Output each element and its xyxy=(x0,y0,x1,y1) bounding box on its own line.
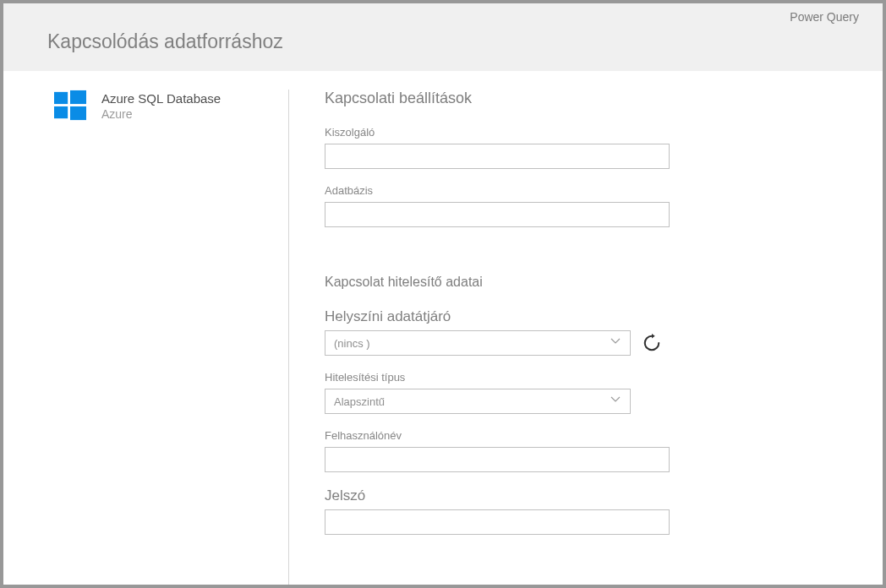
database-field: Adatbázis xyxy=(325,184,849,227)
server-label: Kiszolgáló xyxy=(325,126,849,139)
sidebar: Azure SQL Database Azure xyxy=(3,90,289,585)
refresh-icon xyxy=(643,334,661,352)
brand-label: Power Query xyxy=(790,10,859,24)
password-label: Jelszó xyxy=(325,487,849,504)
server-field: Kiszolgáló xyxy=(325,126,849,169)
gateway-label: Helyszíni adatátjáró xyxy=(325,308,849,325)
svg-rect-0 xyxy=(54,92,68,104)
gateway-field: Helyszíni adatátjáró (nincs ) xyxy=(325,308,849,356)
connector-category: Azure xyxy=(101,107,221,121)
connector-name: Azure SQL Database xyxy=(101,91,221,106)
username-input[interactable] xyxy=(325,447,670,472)
page-title: Kapcsolódás adatforráshoz xyxy=(47,30,283,53)
username-label: Felhasználónév xyxy=(325,429,849,442)
svg-rect-1 xyxy=(70,90,86,104)
username-field: Felhasználónév xyxy=(325,429,849,472)
authtype-label: Hitelesítési típus xyxy=(325,371,849,384)
refresh-button[interactable] xyxy=(641,332,663,354)
password-input[interactable] xyxy=(325,509,670,535)
connector-item[interactable]: Azure SQL Database Azure xyxy=(54,90,288,122)
dialog-header: Power Query Kapcsolódás adatforráshoz xyxy=(3,3,883,71)
gateway-selected: (nincs ) xyxy=(334,337,370,350)
authtype-selected: Alapszintű xyxy=(334,395,385,408)
database-label: Adatbázis xyxy=(325,184,849,197)
dialog-window: Power Query Kapcsolódás adatforráshoz Az… xyxy=(3,3,883,585)
dialog-body: Azure SQL Database Azure Kapcsolati beál… xyxy=(3,71,883,585)
svg-rect-2 xyxy=(54,106,68,118)
password-field: Jelszó xyxy=(325,487,849,535)
authtype-select[interactable]: Alapszintű xyxy=(325,389,631,414)
chevron-down-icon xyxy=(610,394,621,409)
database-input[interactable] xyxy=(325,202,670,227)
main-panel: Kapcsolati beállítások Kiszolgáló Adatbá… xyxy=(289,90,883,585)
gateway-select[interactable]: (nincs ) xyxy=(325,330,631,356)
authtype-field: Hitelesítési típus Alapszintű xyxy=(325,371,849,414)
server-input[interactable] xyxy=(325,144,670,169)
svg-rect-3 xyxy=(70,106,86,120)
settings-title: Kapcsolati beállítások xyxy=(325,90,849,107)
chevron-down-icon xyxy=(610,335,621,351)
windows-icon xyxy=(54,90,86,122)
credentials-title: Kapcsolat hitelesítő adatai xyxy=(325,275,849,290)
